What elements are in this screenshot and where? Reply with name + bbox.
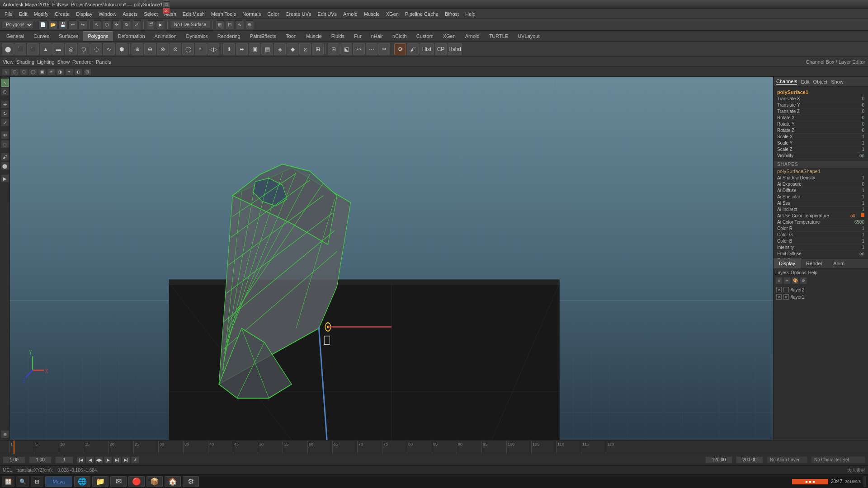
channel-rz[interactable]: Rotate Z0 xyxy=(774,127,868,134)
shelf-icon-slide[interactable]: ⇔ xyxy=(353,43,365,55)
taskview-btn[interactable]: ⊞ xyxy=(31,476,43,487)
snap-point-btn[interactable]: ⊕ xyxy=(245,20,254,29)
layer2-vis[interactable]: V xyxy=(776,287,782,292)
tab-polygons[interactable]: Polygons xyxy=(83,31,113,41)
snap-grid-btn[interactable]: ⊡ xyxy=(225,20,234,29)
next-frame-btn[interactable]: ▶| xyxy=(113,456,121,464)
view-grid-btn[interactable]: ⊞ xyxy=(83,68,91,75)
lasso-tool-btn[interactable]: ⬡ xyxy=(102,20,111,29)
panel-view[interactable]: View xyxy=(3,59,14,65)
move-tool-btn[interactable]: ✛ xyxy=(112,20,121,29)
shelf-icon-wedge[interactable]: ▤ xyxy=(261,43,273,55)
app4-btn[interactable]: 🏠 xyxy=(165,476,181,487)
tab-curves[interactable]: Curves xyxy=(29,31,54,41)
tab-ncloth[interactable]: nCloth xyxy=(388,31,411,41)
tab-fur[interactable]: Fur xyxy=(349,31,366,41)
range-start-input[interactable] xyxy=(705,456,732,464)
shelf-icon-cone[interactable]: ▲ xyxy=(40,43,52,55)
start-time-input[interactable] xyxy=(3,456,25,464)
channel-ai-exposure[interactable]: Ai Exposure0 xyxy=(774,181,868,188)
tab-toon[interactable]: Toon xyxy=(281,31,301,41)
shelf-icon-hist[interactable]: Hist xyxy=(420,43,434,55)
open-btn[interactable]: 📂 xyxy=(48,20,57,29)
menu-assets[interactable]: Assets xyxy=(120,10,140,18)
channel-ai-specular[interactable]: Ai Specular1 xyxy=(774,194,868,200)
select-mode-btn[interactable]: ↖ xyxy=(1,79,9,87)
options-btn[interactable]: Options xyxy=(791,270,806,275)
channel-emit-diffuse[interactable]: Emit Diffuseon xyxy=(774,251,868,257)
render-tab[interactable]: Render xyxy=(801,258,828,268)
grid-btn[interactable]: ⊞ xyxy=(215,20,224,29)
shelf-icon-extrude[interactable]: ⬆ xyxy=(223,43,235,55)
view-texture-btn[interactable]: ▣ xyxy=(38,68,46,75)
tab-general[interactable]: General xyxy=(2,31,28,41)
select-tool-btn[interactable]: ↖ xyxy=(92,20,101,29)
channel-vis[interactable]: Visibilityon xyxy=(774,153,868,159)
panel-shading[interactable]: Shading xyxy=(16,59,34,65)
channel-ai-color-temp[interactable]: Ai Color Temperature6500 xyxy=(774,219,868,225)
save-btn[interactable]: 💾 xyxy=(58,20,67,29)
menu-edit-mesh[interactable]: Edit Mesh xyxy=(180,10,208,18)
explorer-btn[interactable]: 📁 xyxy=(92,476,108,487)
render-view-btn[interactable]: 🎬 xyxy=(146,20,155,29)
scale-mode-btn[interactable]: ⤢ xyxy=(1,118,9,127)
shelf-icon-offset[interactable]: ⬕ xyxy=(340,43,352,55)
menu-color[interactable]: Color xyxy=(264,10,282,18)
frame-input[interactable] xyxy=(55,456,73,464)
channel-ai-diffuse[interactable]: Ai Diffuse1 xyxy=(774,188,868,194)
channel-intensity[interactable]: Intensity1 xyxy=(774,244,868,251)
shelf-icon-render[interactable]: ⚙ xyxy=(394,43,406,55)
shelf-icon-smooth[interactable]: ◯ xyxy=(182,43,194,55)
menu-bifrost[interactable]: Bifrost xyxy=(442,10,462,18)
shelf-icon-extract[interactable]: ⊗ xyxy=(157,43,169,55)
shelf-icon-fill[interactable]: ▣ xyxy=(249,43,260,55)
tab-rendering[interactable]: Rendering xyxy=(213,31,245,41)
shelf-icon-paint[interactable]: 🖌 xyxy=(407,43,419,55)
app2-btn[interactable]: 🔴 xyxy=(128,476,145,487)
workspace-dropdown[interactable]: Polygons xyxy=(2,21,33,29)
show-tab[interactable]: Show xyxy=(831,79,844,84)
menu-normals[interactable]: Normals xyxy=(240,10,264,18)
menu-xgen[interactable]: XGen xyxy=(383,10,401,18)
channel-rx[interactable]: Rotate X0 xyxy=(774,115,868,121)
menu-help[interactable]: Help xyxy=(462,10,478,18)
current-time-input[interactable] xyxy=(29,456,52,464)
camera-btn[interactable]: ⊕ xyxy=(1,430,9,438)
channel-ai-sss[interactable]: Ai Sss1 xyxy=(774,200,868,206)
shelf-icon-sphere[interactable]: ⬤ xyxy=(2,43,14,55)
channel-color-g[interactable]: Color G1 xyxy=(774,232,868,238)
paint-btn[interactable]: 🖌 xyxy=(1,153,9,161)
shelf-icon-cylinder[interactable]: ⚫ xyxy=(27,43,39,55)
redo-btn[interactable]: ↪ xyxy=(78,20,87,29)
go-end-btn[interactable]: ▶| xyxy=(122,456,130,464)
maximize-button[interactable]: □ xyxy=(163,1,170,8)
layers-icon-1[interactable]: 🎨 xyxy=(792,277,799,284)
panel-panels[interactable]: Panels xyxy=(96,59,111,65)
panel-show[interactable]: Show xyxy=(57,59,70,65)
shelf-icon-insert-loop[interactable]: ⊟ xyxy=(328,43,340,55)
anim-tab[interactable]: Anim xyxy=(828,258,850,268)
shelf-icon-prism[interactable]: ⬡ xyxy=(78,43,90,55)
go-start-btn[interactable]: |◀ xyxy=(77,456,85,464)
tab-xgen[interactable]: XGen xyxy=(439,31,460,41)
view-xray-btn[interactable]: ✦ xyxy=(65,68,73,75)
tab-animation[interactable]: Animation xyxy=(150,31,181,41)
show-hide-btn[interactable]: 👁 xyxy=(1,131,9,139)
channels-tab[interactable]: Channels xyxy=(776,79,797,85)
tab-arnold[interactable]: Arnold xyxy=(461,31,484,41)
start-btn[interactable]: 🪟 xyxy=(2,476,14,487)
shelf-icon-average[interactable]: ≈ xyxy=(195,43,207,55)
sculpt-btn[interactable]: ⬤ xyxy=(1,162,9,170)
app5-btn[interactable]: ⚙ xyxy=(183,476,199,487)
channel-sx[interactable]: Scale X1 xyxy=(774,134,868,140)
menu-file[interactable]: File xyxy=(2,10,15,18)
shelf-icon-merge[interactable]: ⧖ xyxy=(299,43,311,55)
shelf-icon-collapse[interactable]: ◆ xyxy=(287,43,298,55)
loop-btn[interactable]: ↺ xyxy=(131,456,139,464)
layers-icon-2[interactable]: ⊕ xyxy=(800,277,807,284)
close-button[interactable]: ✕ xyxy=(163,8,170,14)
menu-muscle[interactable]: Muscle xyxy=(361,10,382,18)
tab-uvlayout[interactable]: UVLayout xyxy=(513,31,544,41)
view-home-btn[interactable]: ⌂ xyxy=(2,68,10,75)
display-tab[interactable]: Display xyxy=(774,258,801,268)
